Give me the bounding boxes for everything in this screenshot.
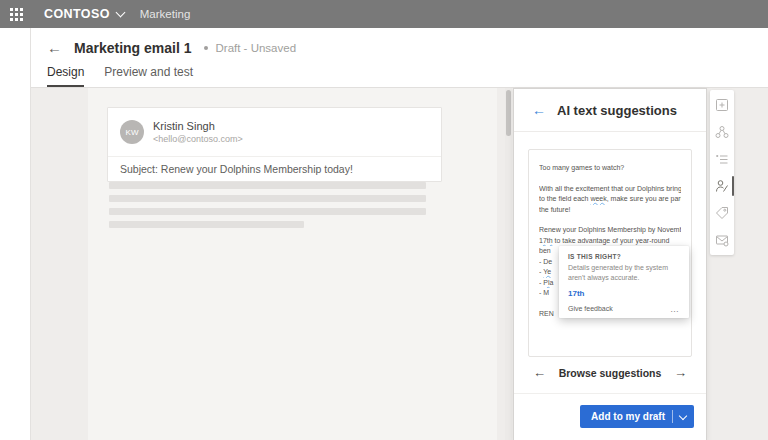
- browse-suggestions-row: ← Browse suggestions →: [514, 366, 706, 379]
- next-suggestion-arrow-icon[interactable]: →: [674, 366, 687, 379]
- org-name: CONTOSO: [44, 7, 110, 21]
- editor-tools-rail: [710, 90, 734, 255]
- add-to-my-draft-button[interactable]: Add to my draft: [580, 405, 694, 428]
- panel-header: ← AI text suggestions: [514, 89, 706, 132]
- avatar: KW: [120, 120, 144, 144]
- suggestion-line: With all the excitement that our Dolphin…: [539, 184, 681, 195]
- edit-list-icon[interactable]: [715, 152, 729, 166]
- app-name[interactable]: Marketing: [140, 8, 191, 20]
- sender-meta: Kristin Singh <hello@contoso.com>: [153, 120, 243, 144]
- tab-preview-and-test[interactable]: Preview and test: [104, 65, 193, 87]
- skeleton-line: [109, 182, 426, 189]
- add-block-icon[interactable]: [715, 98, 729, 112]
- suggestion-line: Too many games to watch?: [539, 163, 681, 174]
- tooltip-footer: Give feedback …: [568, 305, 680, 312]
- button-divider: [672, 410, 673, 423]
- panel-back-arrow-icon[interactable]: ←: [532, 103, 546, 117]
- status-badge: Draft - Unsaved: [216, 42, 297, 54]
- canvas-scrollbar: [505, 88, 512, 440]
- is-this-right-tooltip: IS THIS RIGHT? Details generated by the …: [559, 246, 689, 318]
- tooltip-body: Details generated by the system aren't a…: [568, 263, 680, 282]
- chevron-down-icon: [115, 8, 125, 18]
- panel-footer: Add to my draft: [514, 393, 706, 440]
- command-bar: ← Marketing email 1 Draft - Unsaved: [31, 28, 768, 64]
- sender-row: KW Kristin Singh <hello@contoso.com>: [108, 108, 441, 156]
- suggestion-line: to the field each week, make sure you ar…: [539, 194, 681, 205]
- ai-suggestions-panel: ← AI text suggestions Too many games to …: [513, 88, 707, 440]
- page-title: Marketing email 1: [74, 40, 192, 56]
- subject-line[interactable]: Subject: Renew your Dolphins Membership …: [108, 156, 441, 181]
- flagged-word-17th[interactable]: 17th: [539, 237, 553, 244]
- top-app-bar: CONTOSO Marketing: [0, 0, 768, 28]
- suggestion-line: the future!: [539, 205, 681, 216]
- tooltip-term-link[interactable]: 17th: [568, 289, 680, 298]
- flagged-word-week[interactable]: week: [590, 195, 606, 202]
- ai-personalize-icon[interactable]: [715, 179, 729, 193]
- sender-name: Kristin Singh: [153, 120, 243, 132]
- skeleton-line: [109, 208, 426, 215]
- email-design-canvas: KW Kristin Singh <hello@contoso.com> Sub…: [88, 88, 497, 440]
- app-launcher-waffle-icon[interactable]: [2, 0, 30, 28]
- suggestion-text: , make sure you are part of: [607, 195, 681, 202]
- header-band: ← Marketing email 1 Draft - Unsaved Desi…: [31, 28, 768, 88]
- flagged-word[interactable]: Pla: [543, 279, 553, 286]
- suggestion-text: REN: [539, 310, 554, 317]
- tab-design[interactable]: Design: [47, 65, 84, 87]
- back-arrow-icon[interactable]: ←: [47, 40, 62, 55]
- sender-address: <hello@contoso.com>: [153, 134, 243, 144]
- status-dot: [204, 46, 208, 50]
- suggestion-line: 17th to take advantage of your year-roun…: [539, 236, 681, 247]
- browse-suggestions-label: Browse suggestions: [546, 367, 674, 379]
- suggestion-line: Renew your Dolphins Membership by Novemb…: [539, 225, 681, 236]
- fragments-icon[interactable]: [715, 125, 729, 139]
- suggestion-text: to the field each: [539, 195, 590, 202]
- skeleton-line: [109, 195, 426, 202]
- email-settings-icon[interactable]: [715, 233, 729, 247]
- chevron-down-icon[interactable]: [679, 411, 687, 419]
- left-nav-rail: [0, 28, 31, 440]
- waffle-icon: [10, 8, 23, 21]
- previous-suggestion-arrow-icon[interactable]: ←: [533, 366, 546, 379]
- give-feedback-link[interactable]: Give feedback: [568, 305, 613, 312]
- scrollbar-thumb[interactable]: [506, 90, 511, 136]
- app-screen: CONTOSO Marketing ← Marketing email 1 Dr…: [0, 0, 768, 440]
- flagged-word[interactable]: Ye: [543, 268, 551, 275]
- panel-title: AI text suggestions: [557, 103, 677, 118]
- email-header-block[interactable]: KW Kristin Singh <hello@contoso.com> Sub…: [107, 107, 442, 182]
- tab-bar: Design Preview and test: [47, 65, 193, 87]
- active-tool-indicator: [732, 176, 734, 196]
- add-button-label: Add to my draft: [591, 411, 665, 422]
- tag-icon[interactable]: [715, 206, 729, 220]
- skeleton-line: [109, 221, 304, 228]
- org-switcher[interactable]: CONTOSO: [44, 7, 124, 21]
- tooltip-heading: IS THIS RIGHT?: [568, 253, 680, 260]
- more-options-icon[interactable]: …: [670, 307, 680, 311]
- suggestion-text: to take advantage of your year-round: [553, 237, 670, 244]
